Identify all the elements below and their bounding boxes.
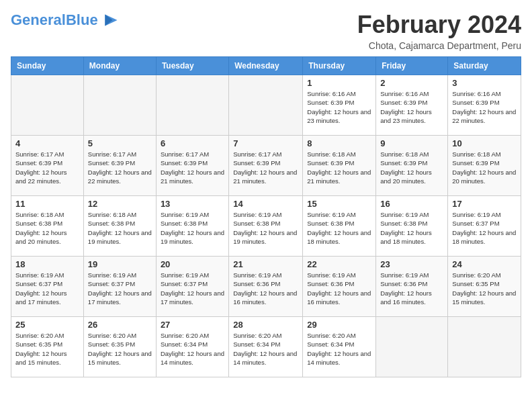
calendar-cell: 4Sunrise: 6:17 AMSunset: 6:39 PMDaylight… [11, 136, 84, 196]
calendar-cell [156, 75, 228, 136]
day-number: 29 [307, 320, 371, 330]
day-number: 6 [161, 138, 224, 148]
calendar-table: SundayMondayTuesdayWednesdayThursdayFrid… [11, 56, 521, 377]
calendar-week-3: 11Sunrise: 6:18 AMSunset: 6:38 PMDayligh… [11, 196, 521, 257]
day-number: 26 [88, 320, 152, 330]
day-number: 28 [233, 320, 298, 330]
day-number: 11 [15, 199, 79, 209]
title-area: February 2024 Chota, Cajamarca Departmen… [357, 11, 521, 51]
calendar-cell: 24Sunrise: 6:20 AMSunset: 6:35 PMDayligh… [448, 257, 521, 317]
calendar-cell: 25Sunrise: 6:20 AMSunset: 6:35 PMDayligh… [11, 317, 84, 377]
day-info: Sunrise: 6:18 AMSunset: 6:39 PMDaylight:… [380, 150, 443, 185]
calendar-body: 1Sunrise: 6:16 AMSunset: 6:39 PMDaylight… [11, 75, 521, 377]
day-number: 16 [380, 199, 443, 209]
svg-marker-1 [105, 15, 112, 26]
day-number: 9 [380, 138, 443, 148]
day-number: 3 [452, 78, 517, 88]
header-day-saturday: Saturday [448, 57, 521, 75]
calendar-cell: 1Sunrise: 6:16 AMSunset: 6:39 PMDaylight… [303, 75, 376, 136]
day-info: Sunrise: 6:19 AMSunset: 6:37 PMDaylight:… [452, 210, 517, 246]
day-number: 22 [307, 259, 371, 269]
calendar-cell: 23Sunrise: 6:19 AMSunset: 6:36 PMDayligh… [376, 257, 448, 317]
day-number: 8 [307, 138, 371, 148]
calendar-cell [83, 75, 156, 136]
header-day-tuesday: Tuesday [156, 57, 228, 75]
day-info: Sunrise: 6:18 AMSunset: 6:39 PMDaylight:… [452, 150, 517, 185]
calendar-cell: 2Sunrise: 6:16 AMSunset: 6:39 PMDaylight… [376, 75, 448, 136]
day-info: Sunrise: 6:19 AMSunset: 6:37 PMDaylight:… [15, 271, 79, 306]
calendar-cell [11, 75, 84, 136]
day-number: 10 [452, 138, 517, 148]
calendar-cell: 17Sunrise: 6:19 AMSunset: 6:37 PMDayligh… [448, 196, 521, 257]
day-number: 14 [233, 199, 298, 209]
day-number: 23 [380, 259, 443, 269]
calendar-cell: 19Sunrise: 6:19 AMSunset: 6:37 PMDayligh… [83, 257, 156, 317]
header-day-monday: Monday [83, 57, 156, 75]
calendar-cell: 5Sunrise: 6:17 AMSunset: 6:39 PMDaylight… [83, 136, 156, 196]
day-info: Sunrise: 6:19 AMSunset: 6:38 PMDaylight:… [161, 210, 224, 246]
day-info: Sunrise: 6:16 AMSunset: 6:39 PMDaylight:… [380, 89, 443, 125]
day-info: Sunrise: 6:17 AMSunset: 6:39 PMDaylight:… [161, 150, 224, 185]
day-number: 18 [15, 259, 79, 269]
day-info: Sunrise: 6:19 AMSunset: 6:37 PMDaylight:… [88, 271, 152, 306]
calendar-cell: 28Sunrise: 6:20 AMSunset: 6:34 PMDayligh… [229, 317, 303, 377]
calendar-cell: 20Sunrise: 6:19 AMSunset: 6:37 PMDayligh… [156, 257, 228, 317]
day-info: Sunrise: 6:17 AMSunset: 6:39 PMDaylight:… [233, 150, 298, 185]
calendar-week-5: 25Sunrise: 6:20 AMSunset: 6:35 PMDayligh… [11, 317, 521, 377]
day-number: 19 [88, 259, 152, 269]
day-info: Sunrise: 6:16 AMSunset: 6:39 PMDaylight:… [307, 89, 371, 125]
calendar-cell: 3Sunrise: 6:16 AMSunset: 6:39 PMDaylight… [448, 75, 521, 136]
calendar-cell: 7Sunrise: 6:17 AMSunset: 6:39 PMDaylight… [229, 136, 303, 196]
month-title: February 2024 [357, 11, 521, 39]
calendar-week-4: 18Sunrise: 6:19 AMSunset: 6:37 PMDayligh… [11, 257, 521, 317]
header: GeneralBlue February 2024 Chota, Cajamar… [11, 11, 521, 51]
day-info: Sunrise: 6:19 AMSunset: 6:36 PMDaylight:… [380, 271, 443, 306]
day-info: Sunrise: 6:17 AMSunset: 6:39 PMDaylight:… [88, 150, 152, 185]
calendar-cell: 11Sunrise: 6:18 AMSunset: 6:38 PMDayligh… [11, 196, 84, 257]
calendar-cell [448, 317, 521, 377]
day-number: 17 [452, 199, 517, 209]
day-info: Sunrise: 6:20 AMSunset: 6:35 PMDaylight:… [88, 331, 152, 367]
calendar-cell: 26Sunrise: 6:20 AMSunset: 6:35 PMDayligh… [83, 317, 156, 377]
calendar-cell: 8Sunrise: 6:18 AMSunset: 6:39 PMDaylight… [303, 136, 376, 196]
day-info: Sunrise: 6:19 AMSunset: 6:36 PMDaylight:… [233, 271, 298, 306]
day-info: Sunrise: 6:16 AMSunset: 6:39 PMDaylight:… [452, 89, 517, 125]
day-number: 7 [233, 138, 298, 148]
calendar-cell [376, 317, 448, 377]
calendar-cell: 29Sunrise: 6:20 AMSunset: 6:34 PMDayligh… [303, 317, 376, 377]
header-day-sunday: Sunday [11, 57, 84, 75]
day-number: 21 [233, 259, 298, 269]
calendar-cell: 9Sunrise: 6:18 AMSunset: 6:39 PMDaylight… [376, 136, 448, 196]
calendar-cell: 14Sunrise: 6:19 AMSunset: 6:38 PMDayligh… [229, 196, 303, 257]
calendar-cell: 16Sunrise: 6:19 AMSunset: 6:38 PMDayligh… [376, 196, 448, 257]
day-number: 4 [15, 138, 79, 148]
calendar-cell: 15Sunrise: 6:19 AMSunset: 6:38 PMDayligh… [303, 196, 376, 257]
calendar-week-1: 1Sunrise: 6:16 AMSunset: 6:39 PMDaylight… [11, 75, 521, 136]
day-info: Sunrise: 6:19 AMSunset: 6:38 PMDaylight:… [380, 210, 443, 246]
day-number: 1 [307, 78, 371, 88]
day-number: 24 [452, 259, 517, 269]
calendar-cell: 10Sunrise: 6:18 AMSunset: 6:39 PMDayligh… [448, 136, 521, 196]
day-info: Sunrise: 6:18 AMSunset: 6:39 PMDaylight:… [307, 150, 371, 185]
day-info: Sunrise: 6:20 AMSunset: 6:34 PMDaylight:… [233, 331, 298, 367]
logo: GeneralBlue [11, 11, 118, 30]
calendar-cell [229, 75, 303, 136]
header-day-thursday: Thursday [303, 57, 376, 75]
calendar-cell: 13Sunrise: 6:19 AMSunset: 6:38 PMDayligh… [156, 196, 228, 257]
day-info: Sunrise: 6:17 AMSunset: 6:39 PMDaylight:… [15, 150, 79, 185]
calendar-cell: 6Sunrise: 6:17 AMSunset: 6:39 PMDaylight… [156, 136, 228, 196]
day-number: 5 [88, 138, 152, 148]
calendar-cell: 18Sunrise: 6:19 AMSunset: 6:37 PMDayligh… [11, 257, 84, 317]
day-info: Sunrise: 6:19 AMSunset: 6:38 PMDaylight:… [307, 210, 371, 246]
day-number: 25 [15, 320, 79, 330]
calendar-cell: 12Sunrise: 6:18 AMSunset: 6:38 PMDayligh… [83, 196, 156, 257]
calendar-header-row: SundayMondayTuesdayWednesdayThursdayFrid… [11, 57, 521, 75]
calendar-cell: 21Sunrise: 6:19 AMSunset: 6:36 PMDayligh… [229, 257, 303, 317]
calendar-cell: 22Sunrise: 6:19 AMSunset: 6:36 PMDayligh… [303, 257, 376, 317]
day-info: Sunrise: 6:20 AMSunset: 6:35 PMDaylight:… [452, 271, 517, 306]
calendar-week-2: 4Sunrise: 6:17 AMSunset: 6:39 PMDaylight… [11, 136, 521, 196]
day-info: Sunrise: 6:20 AMSunset: 6:35 PMDaylight:… [15, 331, 79, 367]
logo-icon [99, 11, 118, 30]
header-day-friday: Friday [376, 57, 448, 75]
location-title: Chota, Cajamarca Department, Peru [357, 40, 521, 51]
